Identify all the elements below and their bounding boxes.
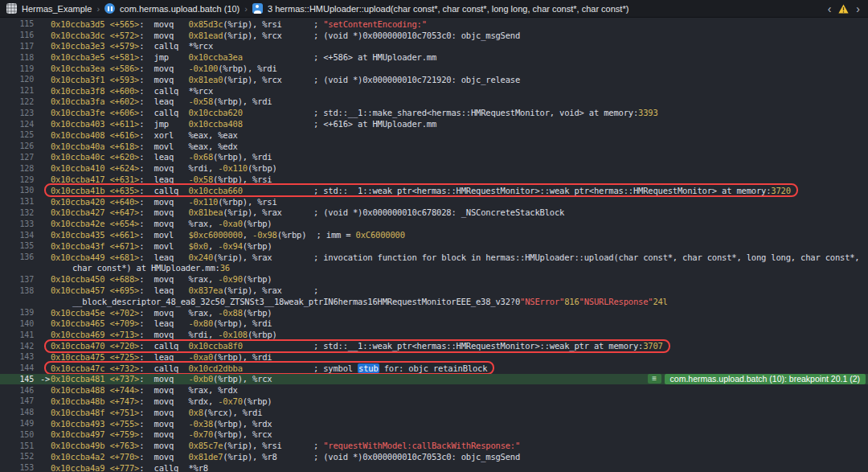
asm-row[interactable]: 1390x10ccba45e <+702>: movq %rax, -0x88(… [0, 307, 868, 318]
line-number[interactable]: 141 [0, 330, 34, 339]
asm-row[interactable]: 1440x10ccba47c <+732>: callq 0x10cd2dbba… [0, 363, 868, 374]
code-segment: : movl [139, 241, 188, 251]
asm-row[interactable]: 1520x10ccba4a2 <+770>: movq 0x81de7(%rip… [0, 451, 868, 462]
asm-row[interactable]: 1410x10ccba469 <+713>: movq %rdi, -0x108… [0, 329, 868, 340]
code-segment: 3707 [643, 341, 663, 351]
line-number[interactable]: 124 [0, 120, 34, 129]
asm-row[interactable]: 1250x10ccba408 <+616>: xorl %eax, %eax [0, 129, 868, 141]
line-number[interactable]: 128 [0, 164, 34, 173]
asm-line-content: 0x10ccba3d5 <+565>: movq 0x85d3c(%rip), … [51, 19, 427, 29]
line-number[interactable]: 151 [0, 441, 34, 450]
line-number[interactable]: 153 [0, 463, 34, 472]
code-segment: -0xa0 [188, 352, 213, 362]
asm-row[interactable]: 1480x10ccba48f <+751>: movq 0x8(%rcx), %… [0, 407, 868, 418]
asm-row[interactable]: 1350x10ccba43f <+671>: movl $0x0, -0x94(… [0, 240, 868, 252]
line-number[interactable]: 150 [0, 430, 34, 439]
line-number[interactable]: 127 [0, 153, 34, 162]
line-number[interactable]: 139 [0, 308, 34, 317]
code-segment: 0x10ccba4a9 <+777> [51, 463, 139, 472]
line-number[interactable]: 138 [0, 286, 34, 295]
asm-continuation-row[interactable]: char const*) at HMUploader.mm:36 [0, 263, 868, 274]
asm-continuation-row[interactable]: __block_descriptor_48_ea8_32c50_ZTSNSt3_… [0, 296, 868, 307]
nav-forward-button[interactable]: › [856, 3, 860, 14]
line-number[interactable]: 116 [0, 31, 34, 39]
line-number[interactable]: 115 [0, 19, 34, 28]
asm-row[interactable]: 1290x10ccba417 <+631>: leaq -0x58(%rbp),… [0, 174, 868, 185]
asm-row[interactable]: 1500x10ccba497 <+759>: movq -0x70(%rbp),… [0, 429, 868, 440]
line-number[interactable]: 132 [0, 208, 34, 217]
asm-row[interactable]: 1460x10ccba488 <+744>: movq %rax, %rdx [0, 384, 868, 396]
code-segment: : leaq [139, 252, 188, 262]
line-number[interactable]: 122 [0, 97, 34, 106]
asm-row[interactable]: 1370x10ccba450 <+688>: movq %rax, -0x90(… [0, 273, 868, 285]
line-number[interactable]: 136 [0, 252, 34, 261]
line-number[interactable]: 131 [0, 197, 34, 206]
asm-row[interactable]: 1510x10ccba49b <+763>: movq 0x85c7e(%rip… [0, 440, 868, 451]
code-segment: 0x10ccba40c <+620> [51, 152, 139, 162]
breakpoint-badge-label: com.hermas.upload.batch (10): breakpoint… [665, 374, 866, 384]
asm-row[interactable]: 1380x10ccba457 <+695>: leaq 0x837ea(%rip… [0, 285, 868, 296]
line-number[interactable]: 152 [0, 452, 34, 461]
code-segment: 3393 [638, 108, 658, 117]
line-number[interactable]: 117 [0, 42, 34, 51]
asm-row[interactable]: 1400x10ccba465 <+709>: leaq -0x80(%rbp),… [0, 318, 868, 330]
line-number[interactable]: 121 [0, 86, 34, 95]
asm-row[interactable]: 1420x10ccba470 <+720>: callq 0x10ccba8f0… [0, 340, 868, 351]
line-number[interactable]: 130 [0, 186, 34, 195]
asm-row[interactable]: 1360x10ccba449 <+681>: leaq 0x240(%rip),… [0, 252, 868, 263]
menu-lines-icon[interactable]: ≡ [648, 374, 661, 384]
asm-row[interactable]: 1260x10ccba40a <+618>: movl %eax, %edx [0, 141, 868, 152]
asm-row[interactable]: 1340x10ccba435 <+661>: movl $0xc6000000,… [0, 229, 868, 240]
line-number[interactable]: 134 [0, 231, 34, 240]
nav-back-button[interactable]: ‹ [828, 3, 832, 14]
asm-line-content: 0x10ccba3f8 <+600>: callq *%rcx [51, 86, 313, 96]
line-number[interactable]: 146 [0, 386, 34, 395]
line-number[interactable]: 118 [0, 53, 34, 62]
asm-row[interactable]: 1530x10ccba4a9 <+777>: callq *%r8 [0, 462, 868, 472]
line-number[interactable]: 140 [0, 319, 34, 328]
asm-row[interactable]: 1200x10ccba3f1 <+593>: movq 0x81ea0(%rip… [0, 74, 868, 85]
asm-row[interactable]: 1230x10ccba3fe <+606>: callq 0x10ccba620… [0, 107, 868, 118]
line-number[interactable]: 126 [0, 142, 34, 150]
line-number[interactable]: 123 [0, 109, 34, 117]
asm-row[interactable]: 1240x10ccba403 <+611>: jmp 0x10ccba408; … [0, 118, 868, 129]
line-number[interactable]: 129 [0, 175, 34, 184]
asm-row[interactable]: 1330x10ccba42e <+654>: movq %rax, -0xa0(… [0, 218, 868, 229]
asm-row[interactable]: 1220x10ccba3fa <+602>: leaq -0x58(%rbp),… [0, 96, 868, 108]
asm-row[interactable]: 145->0x10ccba481 <+737>: movq -0xb0(%rbp… [0, 374, 868, 385]
line-number[interactable]: 133 [0, 220, 34, 228]
asm-row[interactable]: 1470x10ccba48b <+747>: movq %rdx, -0x70(… [0, 396, 868, 407]
line-number[interactable]: 149 [0, 419, 34, 428]
asm-instruction: 0x10ccba427 <+647>: movq 0x81bea(%rip), … [51, 207, 313, 217]
breadcrumb-process[interactable]: com.hermas.upload.batch (10) [120, 4, 240, 14]
breadcrumb-project[interactable]: Hermas_Example [22, 4, 92, 14]
breadcrumb-frame[interactable]: 3 hermas::HMUploader::upload(char const*… [268, 4, 628, 14]
asm-row[interactable]: 1320x10ccba427 <+647>: movq 0x81bea(%rip… [0, 207, 868, 219]
breakpoint-badge[interactable]: ≡com.hermas.upload.batch (10): breakpoin… [648, 374, 866, 385]
asm-row[interactable]: 1190x10ccba3ea <+586>: movq -0x100(%rbp)… [0, 63, 868, 74]
line-number[interactable]: 120 [0, 75, 34, 84]
asm-row[interactable]: 1280x10ccba410 <+624>: movq %rdi, -0x110… [0, 162, 868, 174]
line-number[interactable]: 145 [0, 375, 34, 384]
warning-triangle-icon[interactable] [838, 4, 849, 14]
line-number[interactable]: 142 [0, 342, 34, 351]
line-number[interactable]: 119 [0, 64, 34, 73]
line-number[interactable]: 143 [0, 352, 34, 361]
asm-row[interactable]: 1490x10ccba493 <+755>: movq -0x38(%rbp),… [0, 418, 868, 429]
asm-row[interactable]: 1300x10ccba41b <+635>: callq 0x10ccba660… [0, 185, 868, 196]
line-number[interactable]: 148 [0, 408, 34, 417]
asm-row[interactable]: 1310x10ccba420 <+640>: movq -0x110(%rbp)… [0, 196, 868, 207]
line-number[interactable]: 147 [0, 396, 34, 405]
asm-row[interactable]: 1270x10ccba40c <+620>: leaq -0x68(%rbp),… [0, 152, 868, 163]
line-number[interactable]: 135 [0, 241, 34, 250]
asm-row[interactable]: 1160x10ccba3dc <+572>: movq 0x81ead(%rip… [0, 30, 868, 41]
asm-row[interactable]: 1180x10ccba3e5 <+581>: jmp 0x10ccba3ea; … [0, 51, 868, 63]
asm-row[interactable]: 1170x10ccba3e3 <+579>: callq *%rcx [0, 41, 868, 52]
line-number[interactable]: 144 [0, 363, 34, 372]
asm-row[interactable]: 1150x10ccba3d5 <+565>: movq 0x85d3c(%rip… [0, 18, 868, 30]
asm-instruction: 0x10ccba410 <+624>: movq %rdi, -0x110(%r… [51, 163, 313, 173]
line-number[interactable]: 125 [0, 130, 34, 139]
asm-row[interactable]: 1210x10ccba3f8 <+600>: callq *%rcx [0, 85, 868, 96]
asm-row[interactable]: 1430x10ccba475 <+725>: leaq -0xa0(%rbp),… [0, 351, 868, 363]
line-number[interactable]: 137 [0, 275, 34, 284]
